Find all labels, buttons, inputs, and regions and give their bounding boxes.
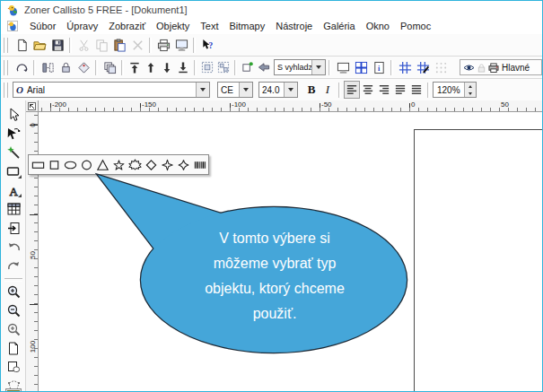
cut-button[interactable] — [74, 36, 92, 54]
redo-tool[interactable] — [4, 257, 23, 274]
zoner-callisto-window: Zoner Callisto 5 FREE - [Dokument1] Súbo… — [0, 0, 543, 392]
toolbar-standard: ? — [1, 34, 542, 57]
rectangle-tool[interactable] — [4, 162, 23, 180]
magic-wand-tool[interactable] — [4, 144, 23, 161]
snap-grid-button[interactable] — [414, 58, 432, 76]
smoothing-dropdown[interactable]: S vyhladzovaním — [274, 59, 326, 75]
window-panes-button[interactable] — [352, 58, 370, 76]
shape-rectangle-button[interactable] — [30, 157, 46, 172]
arrow-down-icon — [161, 61, 173, 74]
align-block-button[interactable] — [408, 81, 425, 99]
align-center-button[interactable] — [360, 81, 376, 99]
grid-button[interactable] — [396, 58, 414, 76]
eye-icon[interactable] — [463, 63, 475, 73]
group-select-button[interactable] — [199, 58, 215, 76]
bring-forward-button[interactable] — [143, 58, 159, 76]
fill-color-indicator[interactable] — [4, 388, 23, 392]
shape-star-button[interactable] — [110, 157, 127, 172]
back-button[interactable] — [256, 58, 272, 76]
menu-nastroje[interactable]: Nástroje — [270, 20, 318, 32]
shape-edit-tool[interactable] — [4, 125, 23, 143]
align-left-button[interactable] — [344, 81, 360, 99]
menu-text[interactable]: Text — [195, 20, 223, 32]
charset-combo[interactable]: CE — [217, 82, 253, 98]
lock-object-button[interactable] — [57, 58, 74, 76]
menu-bar: Súbor Úpravy Zobraziť Objekty Text Bitma… — [1, 18, 542, 35]
shape-ellipse-button[interactable] — [62, 157, 78, 172]
dot-grid-button[interactable] — [432, 58, 450, 76]
mirror-button[interactable] — [39, 58, 57, 76]
tag-button[interactable] — [74, 58, 92, 76]
font-size-combo[interactable]: 24.0 — [258, 82, 298, 98]
new-document-button[interactable] — [13, 36, 31, 54]
paste-button[interactable] — [110, 36, 128, 54]
printer-icon[interactable] — [488, 63, 499, 73]
zoom-in-tool[interactable] — [4, 283, 23, 301]
shape-diamond-button[interactable] — [143, 157, 159, 172]
zoom-page-tool[interactable] — [4, 320, 23, 338]
page-objects-tool[interactable] — [4, 358, 23, 376]
layer-panel[interactable]: Hlavné — [460, 59, 542, 75]
document-info-button[interactable]: i — [370, 58, 388, 76]
save-button[interactable] — [48, 36, 66, 54]
print-button[interactable] — [154, 36, 172, 54]
context-help-button[interactable]: ? — [198, 36, 216, 54]
shape-circle-button[interactable] — [78, 157, 94, 172]
import-tool[interactable] — [4, 219, 23, 237]
dropdown-arrow[interactable] — [196, 83, 209, 97]
to-front-icon — [128, 61, 141, 74]
spinner-up-button[interactable] — [465, 83, 476, 90]
page-new-tool[interactable] — [4, 339, 23, 357]
menu-objekty[interactable]: Objekty — [151, 20, 195, 32]
dropdown-arrow[interactable] — [239, 83, 252, 97]
spinner-down-button[interactable] — [465, 90, 476, 97]
menu-subor[interactable]: Súbor — [24, 20, 61, 32]
undo-tool[interactable] — [4, 238, 23, 256]
toolbar-grip[interactable] — [4, 83, 8, 98]
toolbar-grip[interactable] — [4, 38, 8, 53]
menu-bitmapy[interactable]: Bitmapy — [224, 20, 271, 32]
align-block-icon — [410, 84, 423, 95]
document-parrot-icon[interactable] — [7, 21, 18, 31]
delete-button[interactable] — [128, 36, 146, 54]
align-justify-button[interactable] — [392, 81, 408, 99]
print-preview-button[interactable] — [172, 36, 190, 54]
zoom-out-tool[interactable] — [4, 301, 23, 319]
lock-icon[interactable] — [477, 63, 486, 73]
page-border — [414, 129, 543, 392]
align-right-button[interactable] — [376, 81, 392, 99]
shape-star-curved-button[interactable] — [175, 157, 191, 172]
shape-polygon-flower-button[interactable] — [127, 157, 143, 172]
select-tool[interactable] — [4, 106, 23, 124]
table-tool[interactable] — [4, 200, 23, 218]
dropdown-arrow[interactable] — [284, 83, 297, 97]
text-tool[interactable]: A — [4, 181, 23, 199]
shape-plus-icon — [241, 61, 254, 74]
shape-triangle-button[interactable] — [94, 157, 110, 172]
shape-barcode-button[interactable] — [191, 157, 207, 172]
menu-galeria[interactable]: Galéria — [318, 20, 360, 32]
to-front-button[interactable] — [127, 58, 143, 76]
ungroup-select-button[interactable] — [215, 58, 232, 76]
copy-button[interactable] — [92, 36, 110, 54]
shape-square-button[interactable] — [46, 157, 62, 172]
toolbar-grip[interactable] — [4, 60, 8, 75]
menu-zobrazit[interactable]: Zobraziť — [103, 20, 151, 32]
dropdown-arrow[interactable] — [311, 60, 325, 74]
shape-star4-button[interactable] — [159, 157, 175, 172]
menu-pomoc[interactable]: Pomoc — [395, 20, 436, 32]
to-back-button[interactable] — [175, 58, 191, 76]
stack-order-button[interactable] — [101, 58, 118, 76]
menu-upravy[interactable]: Úpravy — [61, 20, 103, 32]
rotate-button[interactable] — [13, 58, 31, 76]
italic-button[interactable]: I — [320, 81, 336, 99]
menu-okno[interactable]: Okno — [361, 20, 395, 32]
zoom-spinner[interactable]: 120% — [433, 82, 477, 98]
ruler-origin-button[interactable] — [26, 100, 39, 112]
add-object-button[interactable] — [240, 58, 256, 76]
open-button[interactable] — [31, 36, 48, 54]
font-name-combo[interactable]: OArial — [13, 82, 210, 98]
send-backward-button[interactable] — [159, 58, 175, 76]
screen-view-button[interactable] — [334, 58, 352, 76]
bold-button[interactable]: B — [303, 81, 320, 99]
